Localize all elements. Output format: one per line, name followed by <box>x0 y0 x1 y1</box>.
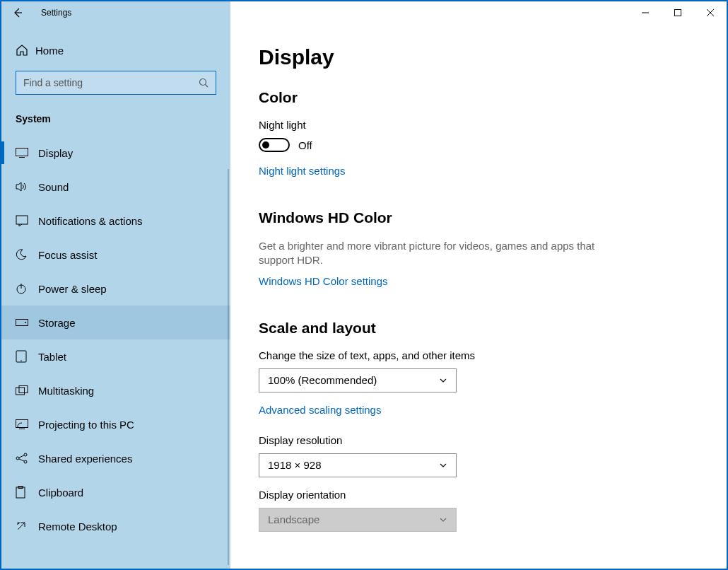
toggle-knob <box>262 141 269 149</box>
search-input[interactable] <box>23 77 199 88</box>
search-wrap <box>1 64 230 109</box>
tablet-icon <box>16 350 38 363</box>
svg-point-20 <box>24 453 27 456</box>
svg-point-19 <box>16 457 19 460</box>
sidebar-item-label: Shared experiences <box>38 453 132 465</box>
sidebar-item-label: Focus assist <box>38 249 97 261</box>
home-label: Home <box>35 45 64 57</box>
sidebar-item-label: Display <box>38 147 73 159</box>
back-button[interactable] <box>1 1 34 24</box>
section-color: Color <box>259 89 698 106</box>
sidebar-item-power-sleep[interactable]: Power & sleep <box>1 272 230 306</box>
sidebar-item-clipboard[interactable]: Clipboard <box>1 475 230 509</box>
advanced-scaling-link[interactable]: Advanced scaling settings <box>259 404 381 416</box>
clipboard-icon <box>16 486 38 499</box>
sidebar-scrollbar[interactable] <box>228 169 229 565</box>
moon-icon <box>16 249 38 260</box>
main-layout: Home System Display Sound Notifications … <box>1 24 727 569</box>
svg-rect-6 <box>16 149 28 156</box>
orientation-value: Landscape <box>268 513 319 525</box>
svg-rect-16 <box>19 386 28 393</box>
titlebar-left: Settings <box>1 1 230 24</box>
page-title: Display <box>259 45 698 69</box>
minimize-button[interactable] <box>629 1 662 24</box>
search-box[interactable] <box>16 71 216 95</box>
svg-point-4 <box>200 79 206 86</box>
sidebar-item-remote-desktop[interactable]: Remote Desktop <box>1 509 230 543</box>
sidebar-item-shared-experiences[interactable]: Shared experiences <box>1 441 230 475</box>
svg-point-12 <box>25 322 26 323</box>
multitasking-icon <box>16 385 38 395</box>
sidebar-item-notifications[interactable]: Notifications & actions <box>1 204 230 238</box>
svg-line-5 <box>206 85 209 88</box>
hdr-settings-link[interactable]: Windows HD Color settings <box>259 275 388 287</box>
category-label: System <box>1 109 230 136</box>
section-scale: Scale and layout <box>259 320 698 337</box>
resolution-label: Display resolution <box>259 434 698 446</box>
sidebar-item-label: Notifications & actions <box>38 215 143 227</box>
remote-icon <box>16 520 38 532</box>
sidebar-item-label: Sound <box>38 181 69 193</box>
resolution-value: 1918 × 928 <box>268 459 322 471</box>
night-light-settings-link[interactable]: Night light settings <box>259 165 346 177</box>
hdr-desc: Get a brighter and more vibrant picture … <box>259 239 626 268</box>
app-title: Settings <box>41 8 71 18</box>
chevron-down-icon <box>439 376 447 385</box>
svg-rect-1 <box>675 10 681 16</box>
text-size-value: 100% (Recommended) <box>268 374 377 386</box>
night-light-toggle[interactable] <box>259 138 290 152</box>
sidebar-item-focus-assist[interactable]: Focus assist <box>1 238 230 272</box>
back-arrow-icon <box>12 7 23 18</box>
svg-line-22 <box>19 455 24 458</box>
sidebar-item-label: Tablet <box>38 351 66 363</box>
maximize-button[interactable] <box>662 1 694 24</box>
night-light-label: Night light <box>259 119 698 131</box>
text-size-dropdown[interactable]: 100% (Recommended) <box>259 368 457 392</box>
notifications-icon <box>16 215 38 226</box>
text-size-label: Change the size of text, apps, and other… <box>259 349 698 361</box>
home-icon <box>16 44 35 57</box>
minimize-icon <box>642 9 649 16</box>
sidebar-item-label: Projecting to this PC <box>38 419 134 431</box>
svg-rect-15 <box>16 388 25 395</box>
close-button[interactable] <box>694 1 727 24</box>
power-icon <box>16 283 38 294</box>
sidebar-item-sound[interactable]: Sound <box>1 170 230 204</box>
chevron-down-icon <box>439 461 447 470</box>
sidebar-item-label: Power & sleep <box>38 283 107 295</box>
maximize-icon <box>674 9 681 16</box>
sidebar: Home System Display Sound Notifications … <box>1 24 230 569</box>
titlebar: Settings <box>1 1 727 24</box>
orientation-label: Display orientation <box>259 489 698 501</box>
svg-point-14 <box>20 360 22 361</box>
sound-icon <box>16 181 38 192</box>
svg-rect-8 <box>16 216 28 224</box>
svg-point-21 <box>24 460 27 463</box>
svg-rect-24 <box>16 487 25 498</box>
chevron-down-icon <box>439 516 447 524</box>
storage-icon <box>16 319 38 326</box>
section-hdr: Windows HD Color <box>259 209 698 226</box>
home-nav[interactable]: Home <box>1 37 230 64</box>
content-area: Display Color Night light Off Night ligh… <box>230 24 727 569</box>
sidebar-item-label: Multitasking <box>38 385 94 397</box>
resolution-dropdown[interactable]: 1918 × 928 <box>259 453 457 477</box>
sidebar-item-tablet[interactable]: Tablet <box>1 339 230 373</box>
sidebar-item-storage[interactable]: Storage <box>1 306 230 339</box>
sidebar-item-label: Clipboard <box>38 487 83 499</box>
window-controls <box>629 1 727 24</box>
svg-line-23 <box>19 459 24 461</box>
search-icon <box>199 78 209 88</box>
projecting-icon <box>16 419 38 429</box>
night-light-state: Off <box>298 139 312 151</box>
sidebar-item-label: Storage <box>38 317 76 329</box>
sidebar-item-projecting[interactable]: Projecting to this PC <box>1 407 230 441</box>
sidebar-item-multitasking[interactable]: Multitasking <box>1 373 230 407</box>
nav-list: Display Sound Notifications & actions Fo… <box>1 136 230 543</box>
sidebar-item-label: Remote Desktop <box>38 520 117 533</box>
display-icon <box>16 148 38 158</box>
orientation-dropdown: Landscape <box>259 508 457 532</box>
sidebar-item-display[interactable]: Display <box>1 136 230 170</box>
shared-icon <box>16 453 38 464</box>
night-light-toggle-row: Off <box>259 138 698 152</box>
